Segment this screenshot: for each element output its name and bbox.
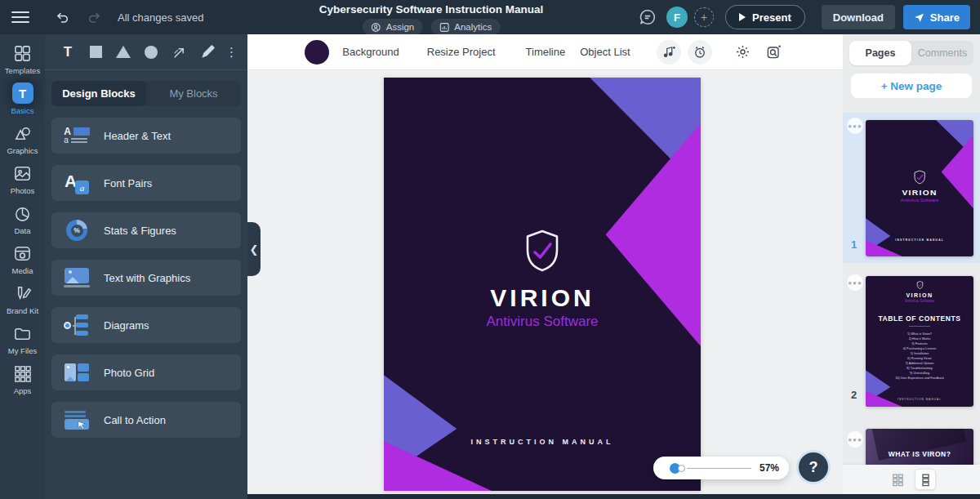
text-graphics-icon (61, 268, 92, 287)
zoom-slider-track[interactable] (687, 468, 751, 469)
sidebar-item-graphics[interactable]: Graphics (0, 123, 45, 155)
topbar: All changes saved Cybersecurity Software… (0, 0, 980, 34)
user-avatar[interactable]: F (666, 7, 688, 28)
cover-brand-name[interactable]: VIRION (384, 284, 701, 312)
canvas-toolbar: Background Resize Project Timeline Objec… (247, 34, 843, 70)
block-text-with-graphics[interactable]: Text with Graphics (51, 260, 241, 296)
chevron-left-icon: ❮ (250, 243, 259, 256)
list-view-button[interactable] (915, 469, 936, 490)
grid-view-icon (891, 473, 905, 487)
toc-title: TABLE OF CONTENTS (866, 314, 973, 323)
block-header-text[interactable]: A a Header & Text (51, 118, 241, 154)
photo-grid-icon (61, 363, 92, 381)
timeline-button[interactable]: Timeline (526, 46, 566, 58)
square-shape-tool[interactable] (86, 42, 105, 62)
templates-grid-icon (12, 42, 33, 64)
call-to-action-icon (61, 411, 92, 430)
play-icon (739, 13, 746, 21)
block-font-pairs[interactable]: Aa Font Pairs (51, 165, 241, 201)
tab-design-blocks[interactable]: Design Blocks (51, 81, 146, 106)
circle-shape-tool[interactable] (141, 42, 161, 62)
zoom-value[interactable]: 57% (760, 462, 779, 474)
add-audio-button[interactable] (657, 40, 681, 65)
triangle-shape-tool[interactable] (114, 42, 133, 62)
page2-comment-indicator-icon[interactable]: ●●● (847, 274, 863, 291)
more-tools-kebab-icon[interactable]: ⋮ (225, 45, 238, 60)
block-photo-grid[interactable]: Photo Grid (51, 354, 241, 390)
grid-view-button[interactable] (887, 469, 908, 490)
shield-check-logo[interactable] (523, 229, 562, 273)
present-button[interactable]: Present (725, 5, 805, 29)
text-tool-icon: T (12, 82, 33, 104)
resize-project-button[interactable]: Resize Project (427, 46, 496, 58)
preview-magnifier-icon (766, 44, 782, 60)
quick-tools-row: T ⋮ (45, 34, 247, 70)
background-color-swatch[interactable] (305, 40, 329, 65)
help-button[interactable]: ? (796, 450, 831, 484)
mini-shield-icon (916, 281, 924, 289)
autosave-status: All changes saved (118, 11, 204, 24)
object-list-button[interactable]: Object List (580, 46, 630, 58)
timer-button[interactable] (688, 40, 712, 65)
brand-pens-icon (12, 283, 33, 304)
assign-button[interactable]: Assign (363, 19, 423, 35)
sidebar-item-apps[interactable]: Apps (0, 363, 45, 395)
comments-bubble-icon[interactable] (639, 8, 657, 26)
alarm-clock-icon (693, 45, 707, 60)
gear-icon (735, 44, 751, 60)
sidebar-item-data[interactable]: Data (0, 203, 45, 235)
page3-comment-indicator-icon[interactable]: ●●● (847, 431, 863, 448)
sidebar-item-brand-kit[interactable]: Brand Kit (0, 283, 45, 315)
add-collaborator-button[interactable]: + (694, 7, 714, 27)
cover-footer-text[interactable]: INSTRUCTION MANUAL (384, 438, 701, 446)
page1-thumbnail[interactable]: VIRION Antivirus Software INSTRUCTION MA… (866, 120, 973, 256)
block-call-to-action[interactable]: Call to Action (51, 402, 241, 438)
cover-subtitle[interactable]: Antivirus Software (384, 314, 701, 330)
tab-comments[interactable]: Comments (911, 41, 973, 65)
tab-my-blocks[interactable]: My Blocks (146, 81, 241, 106)
new-page-button[interactable]: + New page (851, 74, 972, 98)
background-button[interactable]: Background (342, 46, 399, 58)
sidebar-item-photos[interactable]: Photos (0, 163, 45, 195)
thumbnail-view-toggle (843, 465, 980, 494)
tab-pages[interactable]: Pages (849, 41, 911, 65)
page2-thumbnail[interactable]: VIRION Antivirus Software TABLE OF CONTE… (866, 276, 973, 407)
document-title[interactable]: Cybersecurity Software Instruction Manua… (319, 3, 544, 16)
sidebar-item-basics[interactable]: T Basics (0, 82, 45, 115)
text-insert-tool[interactable]: T (58, 42, 78, 62)
hamburger-menu-icon[interactable] (11, 11, 29, 23)
preview-button[interactable] (763, 41, 786, 64)
design-blocks-list: A a Header & Text Aa Font Pairs % Stats … (51, 118, 241, 438)
settings-button[interactable] (732, 41, 755, 64)
page1-number: 1 (851, 238, 857, 251)
arrow-line-tool[interactable] (170, 42, 189, 62)
left-icon-sidebar: Templates T Basics Graphics Photos Data (0, 34, 45, 499)
folder-icon (12, 323, 33, 344)
sidebar-item-templates[interactable]: Templates (0, 42, 45, 75)
undo-icon[interactable] (54, 8, 72, 26)
block-stats-figures[interactable]: % Stats & Figures (51, 212, 241, 248)
pen-tool[interactable] (198, 42, 217, 62)
toc-items: 1) What is Virion? 2) How it Works 3) Fe… (866, 332, 973, 381)
analytics-button[interactable]: Analytics (430, 19, 500, 35)
pages-panel: Pages Comments + New page ●●● VIRION Ant… (843, 34, 980, 499)
design-blocks-panel: T ⋮ Design Blocks My Blocks A a (45, 34, 247, 499)
zoom-slider-origin (678, 465, 685, 472)
panel-collapse-handle[interactable]: ❮ (247, 222, 261, 276)
zoom-control: 57% (653, 457, 789, 479)
sidebar-item-media[interactable]: Media (0, 243, 45, 275)
download-button[interactable]: Download (822, 5, 895, 29)
assign-person-icon (371, 22, 381, 33)
page1-drag-handle-icon[interactable]: ●●● (847, 118, 863, 134)
sidebar-item-my-files[interactable]: My Files (0, 323, 45, 355)
list-view-icon (919, 473, 933, 487)
share-arrow-icon (914, 12, 924, 23)
design-page-cover[interactable]: VIRION Antivirus Software INSTRUCTION MA… (384, 78, 701, 491)
redo-icon[interactable] (85, 8, 103, 26)
diagrams-icon (61, 314, 92, 336)
bottom-edge-strip (247, 494, 980, 499)
stats-donut-icon: % (61, 220, 92, 241)
share-button[interactable]: Share (903, 5, 970, 29)
block-diagrams[interactable]: Diagrams (51, 307, 241, 343)
video-icon (12, 243, 33, 264)
